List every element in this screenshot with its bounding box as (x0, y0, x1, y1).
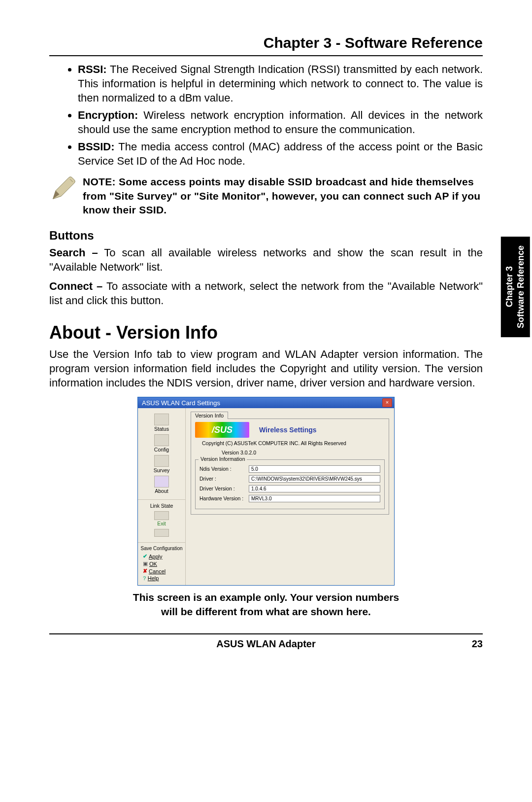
page-number: 23 (472, 638, 483, 650)
x-icon: ✘ (143, 568, 147, 574)
driver-version-label: Driver Version : (200, 486, 249, 491)
search-label: Search – (49, 246, 98, 259)
copyright-text: Copyright (C) ASUSTeK COMPUTER INC. All … (202, 440, 385, 447)
dialog-window: ASUS WLAN Card Settings × Status Config (137, 397, 395, 586)
wireless-settings-label: Wireless Settings (259, 426, 317, 434)
note-block: NOTE: Some access points may disable SSI… (49, 175, 483, 217)
bullet-bssid: BSSID: The media access control (MAC) ad… (78, 139, 483, 168)
rssi-label: RSSI: (78, 63, 107, 75)
status-icon (154, 414, 169, 425)
sidebar-item-about[interactable]: About (138, 476, 185, 494)
sidebar-action-buttons: ✔Apply ▣OK ✘Cancel ?Help (138, 553, 185, 581)
misc-icon (154, 529, 169, 537)
content-panel: Version Info /SUS Wireless Settings Copy… (186, 408, 394, 585)
pencil-icon (49, 175, 77, 205)
note-text: NOTE: Some access points may disable SSI… (83, 175, 483, 217)
bullet-encryption: Encryption: Wireless network encryption … (78, 108, 483, 137)
about-paragraph: Use the Version Info tab to view program… (49, 347, 483, 390)
help-button[interactable]: ?Help (143, 575, 185, 581)
footer: ASUS WLAN Adapter 23 (49, 633, 483, 650)
sidebar-item-status[interactable]: Status (138, 414, 185, 432)
bullet-rssi: RSSI: The Received Signal Strength Indic… (78, 62, 483, 105)
sidebar-item-survey[interactable]: Survey (138, 455, 185, 473)
hardware-version-value: MRVL3.0 (249, 495, 380, 502)
bssid-label: BSSID: (78, 140, 115, 153)
buttons-heading: Buttons (49, 229, 483, 243)
sidebar-item-misc[interactable] (138, 529, 185, 537)
linkstate-icon (154, 511, 169, 520)
connect-paragraph: Connect – To associate with a network, s… (49, 279, 483, 308)
check-icon: ✔ (143, 553, 147, 559)
hardware-version-label: Hardware Version : (200, 495, 249, 501)
apply-button[interactable]: ✔Apply (143, 553, 185, 559)
encryption-text: Wireless network encryption information.… (78, 109, 483, 136)
fieldset-legend: Version Information (199, 456, 247, 462)
sidebar-label-survey: Survey (138, 467, 185, 473)
rssi-text: The Received Signal Strength Indication … (78, 63, 483, 104)
sidebar-label-config: Config (138, 447, 185, 453)
asus-logo: /SUS (195, 422, 249, 438)
about-heading: About - Version Info (49, 322, 483, 343)
about-icon (154, 476, 169, 488)
chapter-title: Chapter 3 - Software Reference (49, 35, 483, 51)
encryption-label: Encryption: (78, 109, 138, 121)
search-text: To scan all available wireless networks … (49, 246, 483, 273)
driver-version-value: 1.0.4.6 (249, 485, 380, 492)
driver-value: C:\WINDOWS\system32\DRIVERS\MRVW245.sys (249, 475, 380, 483)
sidebar-label-exit[interactable]: Exit (138, 521, 185, 526)
tab-version-info[interactable]: Version Info (191, 412, 228, 419)
sidebar-save-label: Save Configuration (138, 546, 185, 551)
driver-label: Driver : (200, 476, 249, 482)
connect-text: To associate with a network, select the … (49, 280, 483, 307)
ndis-version-label: Ndis Version : (200, 466, 249, 472)
search-paragraph: Search – To scan all available wireless … (49, 245, 483, 274)
ndis-version-value: 5.0 (249, 465, 380, 473)
window-title: ASUS WLAN Card Settings (142, 399, 220, 407)
sidebar-label-status: Status (138, 426, 185, 432)
title-bar: ASUS WLAN Card Settings × (138, 397, 394, 408)
bssid-text: The media access control (MAC) address o… (78, 140, 483, 167)
footer-product: ASUS WLAN Adapter (216, 638, 315, 649)
close-button[interactable]: × (382, 398, 392, 407)
sidebar-item-config[interactable]: Config (138, 434, 185, 453)
ok-button[interactable]: ▣OK (143, 560, 185, 567)
sidebar: Status Config Survey About (138, 408, 186, 585)
config-icon (154, 434, 169, 446)
tab-panel: /SUS Wireless Settings Copyright (C) ASU… (191, 418, 389, 514)
cancel-button[interactable]: ✘Cancel (143, 568, 185, 574)
version-fieldset: Version Information Ndis Version : 5.0 D… (195, 459, 385, 509)
sidebar-item-linkstate[interactable]: Exit (138, 511, 185, 526)
utility-version-text: Version 3.0.2.0 (222, 449, 385, 456)
sidebar-label-about: About (138, 488, 185, 494)
sidebar-label-linkstate: Link State (138, 503, 185, 509)
screenshot-caption: This screen is an example only. Your ver… (49, 591, 483, 619)
side-chapter-tab: Chapter 3 Software Reference (501, 237, 530, 337)
floppy-icon: ▣ (143, 560, 148, 567)
question-icon: ? (143, 575, 146, 581)
survey-icon (154, 455, 169, 467)
definition-list: RSSI: The Received Signal Strength Indic… (49, 62, 483, 168)
header-rule (49, 55, 483, 56)
connect-label: Connect – (49, 280, 102, 292)
